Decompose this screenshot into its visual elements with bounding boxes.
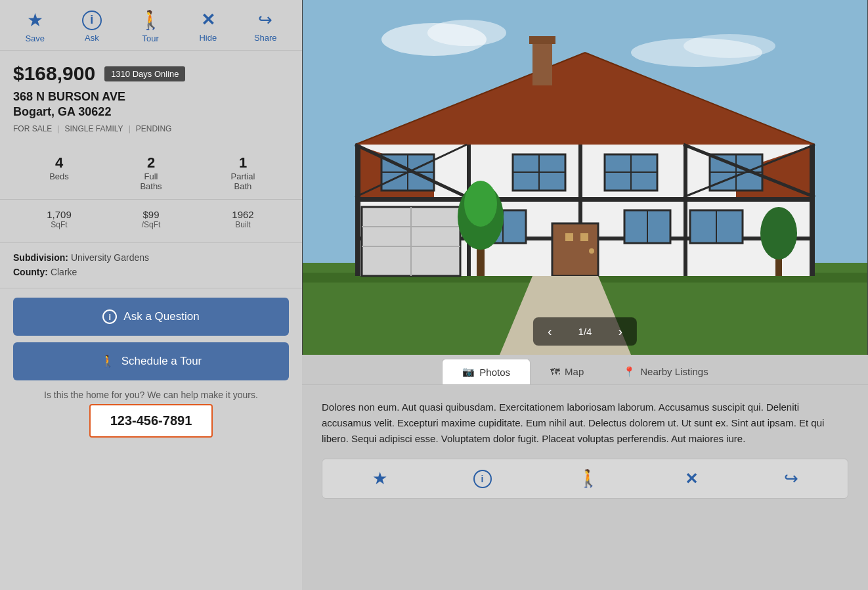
ask-question-icon: i [102, 309, 117, 324]
stat-beds: 4 Beds [13, 149, 105, 199]
subdivision-row: Subdivision: University Gardens [13, 252, 289, 263]
bottom-tour[interactable]: 🚶 [578, 468, 599, 489]
svg-point-41 [589, 248, 594, 254]
right-panel: ‹ 1/4 › 📷 Photos 🗺 Map 📍 Nearby Listings… [302, 0, 868, 590]
subdivision-label: Subdivision: [13, 252, 68, 263]
beds-number: 4 [55, 154, 63, 171]
price-section: $168,900 1310 Days Online 368 N BURSON A… [0, 51, 302, 140]
tour-label: Tour [142, 34, 158, 43]
full-baths-number: 2 [147, 154, 155, 171]
svg-rect-20 [355, 197, 815, 202]
address-line2: Bogart, GA 30622 [13, 105, 289, 119]
svg-rect-18 [684, 145, 687, 276]
county-label: County: [13, 267, 48, 277]
built-label: Built [235, 220, 250, 229]
phone-prompt: Is this the home for you? We can help ma… [44, 390, 258, 400]
bottom-share-icon: ↪ [784, 468, 798, 489]
bottom-save[interactable]: ★ [372, 468, 387, 489]
tabs-bar: 📷 Photos 🗺 Map 📍 Nearby Listings [302, 355, 868, 385]
ask-action[interactable]: i Ask [82, 11, 102, 43]
full-baths-label: FullBaths [140, 171, 162, 191]
photo-area: ‹ 1/4 › [302, 0, 868, 355]
listing-tags: FOR SALE | SINGLE FAMILY | PENDING [13, 124, 289, 133]
schedule-tour-label: Schedule a Tour [121, 355, 202, 368]
nearby-tab-icon: 📍 [623, 366, 636, 378]
bottom-hide[interactable]: ✕ [685, 470, 698, 488]
photo-next-button[interactable]: › [603, 317, 637, 346]
svg-rect-19 [810, 145, 815, 276]
price-sqft-number: $99 [142, 209, 159, 220]
listing-status: PENDING [136, 124, 172, 133]
map-tab-icon: 🗺 [550, 366, 560, 377]
ask-question-button[interactable]: i Ask a Question [13, 298, 289, 336]
county-value: Clarke [51, 267, 77, 277]
bottom-save-icon: ★ [372, 468, 387, 489]
action-bar: ★ Save i Ask 🚶 Tour ✕ Hide ↪ Share [0, 0, 302, 51]
map-tab-label: Map [565, 366, 584, 377]
ask-icon: i [82, 11, 102, 30]
bottom-tour-icon: 🚶 [578, 468, 599, 489]
bottom-hide-icon: ✕ [685, 470, 698, 488]
phone-number[interactable]: 123-456-7891 [89, 404, 213, 438]
stats-grid-2: 1,709 SqFt $99 /SqFt 1962 Built [0, 200, 302, 243]
stat-price-sqft: $99 /SqFt [105, 205, 197, 233]
tour-action[interactable]: 🚶 Tour [139, 9, 162, 43]
share-action[interactable]: ↪ Share [254, 10, 277, 43]
hide-action[interactable]: ✕ Hide [199, 10, 217, 43]
share-label: Share [254, 33, 277, 43]
tab-nearby[interactable]: 📍 Nearby Listings [603, 359, 727, 384]
description-section: Dolores non eum. Aut quasi quibusdam. Ex… [302, 385, 868, 459]
tab-photos[interactable]: 📷 Photos [442, 359, 531, 384]
save-icon: ★ [27, 9, 43, 31]
share-icon: ↪ [258, 10, 272, 30]
days-online-badge: 1310 Days Online [104, 66, 185, 81]
price-sqft-label: /SqFt [142, 220, 161, 229]
buttons-section: i Ask a Question 🚶 Schedule a Tour [0, 288, 302, 387]
tab-map[interactable]: 🗺 Map [531, 359, 603, 384]
svg-rect-15 [355, 145, 360, 276]
beds-label: Beds [49, 171, 69, 181]
hide-icon: ✕ [201, 10, 215, 30]
photos-tab-icon: 📷 [462, 366, 475, 378]
bottom-share[interactable]: ↪ [784, 468, 798, 489]
nearby-tab-label: Nearby Listings [640, 366, 708, 377]
main-layout: ★ Save i Ask 🚶 Tour ✕ Hide ↪ Share [0, 0, 868, 590]
photo-counter: 1/4 [567, 319, 604, 344]
partial-bath-number: 1 [239, 154, 247, 171]
save-label: Save [25, 34, 45, 43]
listing-price: $168,900 [13, 62, 95, 85]
built-number: 1962 [232, 209, 253, 220]
stat-full-baths: 2 FullBaths [105, 149, 197, 199]
stats-grid-1: 4 Beds 2 FullBaths 1 PartialBath [0, 140, 302, 200]
details-section: Subdivision: University Gardens County: … [0, 243, 302, 288]
schedule-tour-button[interactable]: 🚶 Schedule a Tour [13, 342, 289, 380]
save-action[interactable]: ★ Save [25, 9, 45, 43]
svg-point-2 [427, 20, 506, 46]
property-type: SINGLE FAMILY [64, 124, 123, 133]
subdivision-value: University Gardens [71, 252, 149, 263]
description-text: Dolores non eum. Aut quasi quibusdam. Ex… [322, 399, 848, 447]
sqft-label: SqFt [51, 220, 67, 229]
photo-navigation: ‹ 1/4 › [533, 317, 637, 346]
ask-question-label: Ask a Question [123, 310, 199, 323]
house-illustration [302, 0, 868, 355]
ask-label: Ask [85, 33, 99, 43]
sqft-number: 1,709 [47, 209, 72, 220]
photos-tab-label: Photos [479, 367, 510, 378]
svg-point-55 [464, 181, 497, 227]
partial-bath-label: PartialBath [231, 171, 255, 191]
address-line1: 368 N BURSON AVE [13, 90, 289, 104]
svg-rect-13 [532, 39, 552, 85]
photo-prev-button[interactable]: ‹ [533, 317, 567, 346]
svg-rect-40 [580, 233, 588, 241]
county-row: County: Clarke [13, 267, 289, 277]
left-panel: ★ Save i Ask 🚶 Tour ✕ Hide ↪ Share [0, 0, 302, 590]
svg-rect-14 [529, 36, 555, 44]
listing-type: FOR SALE [13, 124, 52, 133]
tour-icon: 🚶 [139, 9, 162, 31]
bottom-ask-icon: i [473, 470, 492, 488]
bottom-ask[interactable]: i [473, 470, 492, 488]
bottom-nav: ★ i 🚶 ✕ ↪ [322, 459, 848, 499]
stat-built: 1962 Built [197, 205, 289, 233]
stat-sqft: 1,709 SqFt [13, 205, 105, 233]
